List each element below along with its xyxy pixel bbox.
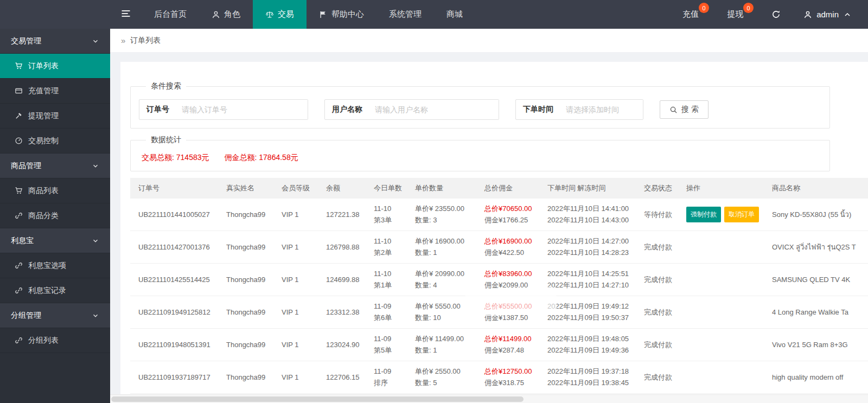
cell-order-no: UB2211091937189717 <box>130 373 218 381</box>
user-menu[interactable]: admin <box>795 0 860 29</box>
cell-balance: 123312.38 <box>318 308 366 316</box>
cell-unit-qty: 单价¥ 11499.00数量: 1 <box>407 334 476 355</box>
orders-table: 订单号真实姓名会员等级余额今日单数单价数量总价佣金下单时间 解冻时间交易状态操作… <box>130 178 868 394</box>
nav-item-0[interactable]: 后台首页 <box>142 0 199 29</box>
column-header-4: 今日单数 <box>366 183 407 193</box>
horizontal-scrollbar-thumb[interactable] <box>111 396 524 402</box>
cell-real-name: Thongcha99 <box>218 341 273 349</box>
nav-item-label: 帮助中心 <box>331 9 364 20</box>
topbar-action-0[interactable]: 充值0 <box>668 0 713 29</box>
column-header-10: 商品名称 <box>764 183 868 193</box>
cell-real-name: Thongcha99 <box>218 243 273 251</box>
column-header-5: 单价数量 <box>407 183 476 193</box>
nav-item-label: 交易 <box>278 9 294 20</box>
sidebar-group-11[interactable]: 分组管理 <box>0 303 110 328</box>
cell-status: 完成付款 <box>636 275 678 285</box>
cell-level: VIP 1 <box>273 373 318 381</box>
sidebar-group-label: 交易管理 <box>11 36 41 46</box>
flag-icon <box>319 10 328 19</box>
search-field-group-2: 下单时间 <box>515 99 643 120</box>
search-field-input-0[interactable] <box>176 100 308 119</box>
nav-item-2[interactable]: 交易 <box>253 0 307 29</box>
cell-level: VIP 1 <box>273 276 318 284</box>
nav-item-5[interactable]: 商城 <box>434 0 475 29</box>
menu-toggle-button[interactable] <box>110 0 142 29</box>
cell-times: 2022年11月09日 19:48:052022年11月09日 19:49:36 <box>539 334 636 355</box>
chevron-down-icon <box>92 37 99 45</box>
cell-level: VIP 1 <box>273 243 318 251</box>
sidebar-item-7[interactable]: 商品分类 <box>0 203 110 228</box>
cell-today-orders: 11-10第1单 <box>366 269 407 290</box>
sidebar-item-label: 商品列表 <box>28 186 59 196</box>
cell-real-name: Thongcha99 <box>218 308 273 316</box>
stat-item-0: 交易总额: 714583元 <box>142 153 209 163</box>
sidebar-item-4[interactable]: 交易控制 <box>0 129 110 153</box>
topbar-logo-area <box>0 0 110 29</box>
link-icon <box>15 336 23 344</box>
sidebar-group-5[interactable]: 商品管理 <box>0 153 110 178</box>
nav-item-label: 系统管理 <box>389 9 422 20</box>
cell-real-name: Thongcha99 <box>218 373 273 381</box>
search-button[interactable]: 搜 索 <box>660 100 709 119</box>
gavel-icon <box>15 112 23 120</box>
topbar-action-1[interactable]: 提现0 <box>713 0 757 29</box>
nav-item-1[interactable]: 角色 <box>199 0 253 29</box>
sidebar-group-8[interactable]: 利息宝 <box>0 228 110 253</box>
cell-unit-qty: 单价¥ 2550.00数量: 5 <box>407 367 476 388</box>
chevron-up-icon <box>843 10 852 19</box>
cell-order-no: UB2211101441005027 <box>130 210 218 219</box>
nav-item-4[interactable]: 系统管理 <box>376 0 434 29</box>
cell-product: Vivo V21 5G Ram 8+3G <box>764 341 868 349</box>
sidebar-group-label: 分组管理 <box>11 311 41 321</box>
sidebar-item-9[interactable]: 利息宝选项 <box>0 253 110 278</box>
refresh-button[interactable] <box>757 0 795 29</box>
sidebar-item-label: 利息宝记录 <box>28 286 66 296</box>
column-header-8: 交易状态 <box>636 183 678 193</box>
sidebar-group-0[interactable]: 交易管理 <box>0 29 110 54</box>
chevron-down-icon <box>92 312 99 319</box>
cell-product: high quality modern off <box>764 373 868 381</box>
sidebar-item-3[interactable]: 提现管理 <box>0 104 110 129</box>
sidebar-item-2[interactable]: 充值管理 <box>0 79 110 104</box>
cell-balance: 127221.38 <box>318 210 366 219</box>
sidebar: 交易管理订单列表充值管理提现管理交易控制商品管理商品列表商品分类利息宝利息宝选项… <box>0 29 110 403</box>
sidebar-item-6[interactable]: 商品列表 <box>0 178 110 203</box>
cell-total-commission: 总价¥16900.00佣金¥422.50 <box>476 236 539 258</box>
top-nav: 后台首页角色交易帮助中心系统管理商城 <box>142 0 475 29</box>
search-field-input-2[interactable] <box>560 100 643 119</box>
search-icon <box>669 106 678 114</box>
sidebar-item-1[interactable]: 订单列表 <box>0 54 110 79</box>
cell-product: 4 Long Range Walkie Ta <box>764 308 868 316</box>
cell-status: 完成付款 <box>636 373 678 382</box>
action-button-force-pay[interactable]: 强制付款 <box>686 207 721 222</box>
sidebar-item-10[interactable]: 利息宝记录 <box>0 278 110 303</box>
sidebar-item-label: 利息宝选项 <box>28 261 66 271</box>
cell-today-orders: 11-10第3单 <box>366 204 407 225</box>
recharge-card-icon <box>15 87 23 95</box>
sidebar-item-label: 交易控制 <box>28 136 59 146</box>
nav-item-3[interactable]: 帮助中心 <box>307 0 376 29</box>
table-row: UB2211101441005027Thongcha99VIP 1127221.… <box>130 199 868 231</box>
column-header-1: 真实姓名 <box>218 183 273 193</box>
column-header-7: 下单时间 解冻时间 <box>539 183 636 193</box>
gauge-icon <box>15 137 23 145</box>
topbar-action-label: 提现 <box>727 9 743 20</box>
action-button-cancel-order[interactable]: 取消订单 <box>724 207 759 222</box>
user-name: admin <box>816 10 839 19</box>
nav-item-label: 商城 <box>446 9 463 20</box>
menu-icon <box>120 8 131 19</box>
cart-icon <box>15 62 23 70</box>
stat-item-1: 佣金总额: 17864.58元 <box>225 153 298 163</box>
cell-balance: 126798.88 <box>318 243 366 251</box>
sidebar-item-label: 充值管理 <box>28 86 59 96</box>
chevron-down-icon <box>92 237 99 245</box>
sidebar-item-12[interactable]: 分组列表 <box>0 328 110 353</box>
chevron-down-icon <box>92 162 99 170</box>
search-fieldset: 条件搜索 订单号用户名称下单时间搜 索 <box>130 81 830 129</box>
table-row: UB2211101427001376Thongcha99VIP 1126798.… <box>130 231 868 264</box>
cell-order-no: UB2211091949125812 <box>130 308 218 316</box>
person-icon <box>803 10 812 19</box>
search-field-input-1[interactable] <box>369 100 499 119</box>
cell-product: SAMSUNG QLED TV 4K <box>764 276 868 284</box>
search-legend: 条件搜索 <box>146 81 186 91</box>
